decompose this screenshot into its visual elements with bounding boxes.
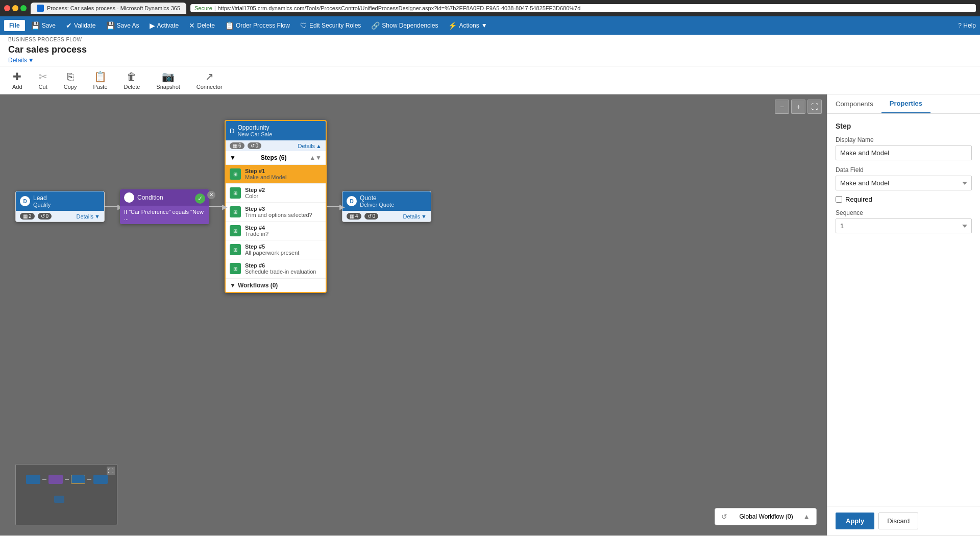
global-workflow-header: ↺ Global Workflow (0) ▲ — [715, 508, 816, 525]
steps-icon: ▦ — [23, 213, 28, 219]
show-dependencies-button[interactable]: 🔗 Show Dependencies — [367, 19, 442, 32]
step-1[interactable]: ⊞ Step #1 Make and Model — [226, 165, 326, 184]
opportunity-subtitle: New Car Sale — [237, 131, 272, 137]
fit-screen-button[interactable]: ⛶ — [807, 100, 822, 114]
process-canvas[interactable]: − + ⛶ D Lead Qualify ▦ 2 — [0, 94, 827, 535]
address-bar[interactable]: Secure | https://trial1705.crm.dynamics.… — [190, 4, 976, 12]
step-3[interactable]: ⊞ Step #3 Trim and options selected? — [226, 203, 326, 222]
lead-flows-badge: ↺ 0 — [38, 213, 52, 220]
edit-security-roles-button[interactable]: 🛡 Edit Security Roles — [296, 19, 365, 32]
step-5[interactable]: ⊞ Step #5 All paperwork present — [226, 240, 326, 259]
browser-tab[interactable]: Process: Car sales process - Microsoft D… — [31, 3, 186, 14]
data-field-select[interactable]: Make and Model — [836, 176, 972, 190]
save-as-button[interactable]: 💾 Save As — [102, 19, 143, 32]
minimap-expand-button[interactable]: ⛶ — [107, 467, 115, 475]
condition-type: Condition — [137, 194, 163, 201]
snapshot-icon: 📷 — [162, 70, 175, 83]
browser-chrome: Process: Car sales process - Microsoft D… — [0, 0, 980, 16]
quote-node-header: D Quote Deliver Quote — [342, 191, 431, 211]
details-link[interactable]: Details ▼ — [8, 57, 34, 64]
quote-details-chevron: ▼ — [421, 213, 427, 220]
sequence-select[interactable]: 1 — [836, 218, 972, 233]
step-2[interactable]: ⊞ Step #2 Color — [226, 184, 326, 203]
workflows-section: ▼ Workflows (0) — [226, 278, 326, 292]
secure-label: Secure — [194, 5, 212, 11]
window-controls[interactable] — [4, 5, 27, 11]
discard-button[interactable]: Discard — [878, 513, 918, 529]
lead-steps-badge: ▦ 2 — [20, 213, 35, 220]
quote-node[interactable]: D Quote Deliver Quote ▦4 ↺0 Details — [342, 191, 431, 222]
global-workflow: ↺ Global Workflow (0) ▲ — [715, 508, 817, 525]
copy-icon: ⎘ — [67, 71, 74, 83]
lead-node-footer: ▦ 2 ↺ 0 Details ▼ — [16, 211, 104, 222]
file-button[interactable]: File — [4, 20, 25, 31]
zoom-in-button[interactable]: + — [791, 100, 805, 114]
page-title: Car sales process — [8, 44, 972, 55]
step-4[interactable]: ⊞ Step #4 Trade in? — [226, 222, 326, 240]
delete-button[interactable]: ✕ Delete — [185, 19, 219, 32]
mini-child-node — [54, 496, 64, 503]
remove-condition-button[interactable]: ✕ — [207, 191, 215, 199]
opportunity-details-button[interactable]: Details ▲ — [298, 143, 322, 149]
step-6-icon: ⊞ — [230, 263, 241, 274]
opportunity-node[interactable]: D Opportunity New Car Sale ▦6 ↺0 Details — [225, 120, 327, 293]
lead-node[interactable]: D Lead Qualify ▦ 2 ↺ 0 — [15, 191, 105, 222]
condition-check: ✓ — [195, 193, 205, 204]
save-button[interactable]: 💾 Save — [27, 19, 60, 32]
close-btn[interactable] — [4, 5, 10, 11]
step-6[interactable]: ⊞ Step #6 Schedule trade-in evaluation — [226, 259, 326, 278]
minimap: ⛶ — [15, 464, 117, 525]
connector-3 — [327, 206, 342, 207]
details-down-icon: ▼ — [94, 213, 100, 220]
validate-button[interactable]: ✔ Validate — [62, 19, 100, 32]
minimize-btn[interactable] — [12, 5, 18, 11]
apply-button[interactable]: Apply — [836, 513, 874, 529]
breadcrumb: BUSINESS PROCESS FLOW — [8, 37, 972, 42]
quote-details-button[interactable]: Details ▼ — [403, 213, 427, 220]
step-1-text: Step #1 Make and Model — [245, 168, 286, 180]
components-tab[interactable]: Components — [827, 94, 881, 113]
maximize-btn[interactable] — [20, 5, 27, 11]
right-panel: Components Properties Step Display Name … — [827, 94, 980, 535]
lead-node-header: D Lead Qualify — [16, 191, 104, 211]
lead-details-button[interactable]: Details ▼ — [76, 213, 100, 220]
display-name-input[interactable] — [836, 145, 972, 160]
save-as-icon: 💾 — [106, 21, 115, 30]
copy-tool-button[interactable]: ⎘ Copy — [60, 69, 81, 92]
tab-favicon — [37, 5, 44, 12]
panel-tabs: Components Properties — [827, 94, 980, 114]
steps-section: ▼ Steps (6) ▲▼ ⊞ Step #1 Make and Model … — [226, 151, 326, 292]
properties-tab[interactable]: Properties — [881, 94, 930, 113]
order-process-flow-button[interactable]: 📋 Order Process Flow — [221, 19, 294, 32]
global-workflow-icon: ↺ — [721, 513, 727, 521]
connector-tool-button[interactable]: ↗ Connector — [192, 68, 227, 92]
activate-button[interactable]: ▶ Activate — [145, 19, 183, 32]
activate-icon: ▶ — [150, 21, 155, 30]
order-icon: 📋 — [225, 21, 234, 30]
mini-quote-node — [93, 475, 108, 484]
minimap-nodes — [26, 475, 108, 484]
security-icon: 🛡 — [300, 21, 307, 30]
address-url: https://trial1705.crm.dynamics.com/Tools… — [218, 5, 972, 11]
sequence-label: Sequence — [836, 209, 972, 216]
paste-tool-button[interactable]: 📋 Paste — [89, 68, 111, 92]
required-checkbox[interactable] — [836, 196, 842, 203]
global-workflow-collapse-button[interactable]: ▲ — [803, 513, 810, 521]
cut-tool-button[interactable]: ✂ Cut — [35, 68, 52, 92]
steps-sort-arrows[interactable]: ▲▼ — [309, 154, 322, 161]
zoom-out-button[interactable]: − — [775, 100, 789, 114]
snapshot-tool-button[interactable]: 📷 Snapshot — [152, 68, 184, 92]
condition-node[interactable]: ⬟ Condition ✓ If "Car Preference" equals… — [120, 189, 209, 224]
add-tool-button[interactable]: ✚ Add — [8, 68, 27, 92]
opportunity-icon: D — [230, 127, 234, 135]
trash-icon: 🗑 — [127, 71, 137, 83]
step-3-icon: ⊞ — [230, 206, 241, 217]
actions-button[interactable]: ⚡ Actions ▼ — [444, 19, 491, 32]
display-name-label: Display Name — [836, 136, 972, 143]
step-2-text: Step #2 Color — [245, 187, 265, 199]
help-button[interactable]: ? Help — [958, 22, 976, 29]
paste-icon: 📋 — [94, 70, 107, 83]
quote-node-type: Quote — [360, 194, 394, 202]
required-row: Required — [836, 196, 972, 203]
delete-tool-button[interactable]: 🗑 Delete — [120, 69, 144, 92]
